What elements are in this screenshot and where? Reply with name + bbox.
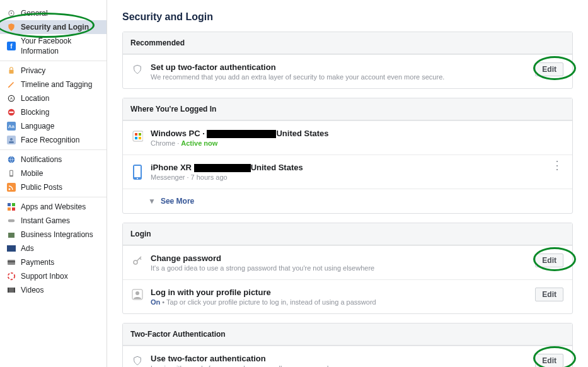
row-subtitle: Log in with a code from your phone as we… (151, 364, 527, 367)
sidebar-item-public-posts[interactable]: Public Posts (0, 180, 107, 194)
svg-rect-21 (8, 207, 11, 211)
fb-icon: f (6, 41, 16, 51)
sidebar-item-label: Business Integrations (21, 230, 93, 240)
row-subtitle: We recommend that you add an extra layer… (151, 73, 527, 81)
business-icon (6, 230, 16, 240)
edit-button[interactable]: Edit (535, 288, 563, 301)
svg-point-1 (11, 13, 12, 14)
row-title: Change password (151, 253, 527, 263)
chevron-down-icon: ▼ (148, 197, 156, 206)
sidebar-item-label: General (21, 8, 48, 18)
see-more-link[interactable]: ▼ See More (123, 189, 572, 213)
sidebar-item-label: Videos (21, 285, 43, 295)
sidebar-item-label: Instant Games (21, 216, 70, 226)
svg-rect-31 (14, 288, 15, 293)
sidebar-item-label: Language (21, 121, 54, 131)
svg-rect-34 (139, 133, 141, 136)
svg-rect-4 (9, 70, 14, 74)
sidebar-item-face-recognition[interactable]: Face Recognition (0, 133, 107, 147)
svg-rect-16 (10, 171, 13, 175)
sidebar-item-label: Timeline and Tagging (21, 79, 92, 90)
section-header: Where You're Logged In (123, 98, 572, 120)
section-header: Login (123, 223, 572, 245)
sidebar-item-label: Notifications (21, 154, 62, 165)
sidebar-item-security-and-login[interactable]: Security and Login (0, 20, 107, 34)
iphone-icon (132, 163, 143, 180)
sidebar-item-label: Payments (21, 257, 54, 267)
section-header: Recommended (123, 32, 572, 54)
svg-text:A: A (10, 96, 13, 100)
sidebar-item-language[interactable]: Aa Language (0, 119, 107, 133)
svg-point-42 (135, 291, 139, 295)
svg-point-39 (137, 178, 138, 179)
session-subtitle: Chrome · Active now (151, 139, 563, 147)
main-content: Security and Login Recommended Set up tw… (107, 0, 588, 367)
sidebar-item-label: Security and Login (21, 22, 89, 32)
sidebar-item-support-inbox[interactable]: Support Inbox (0, 269, 107, 283)
shield-icon (132, 62, 143, 75)
location-icon: A (6, 93, 16, 103)
sidebar-item-videos[interactable]: Videos (0, 283, 107, 297)
apps-icon (6, 202, 16, 212)
sidebar-item-instant-games[interactable]: Instant Games (0, 214, 107, 228)
ads-icon (6, 243, 16, 253)
sidebar-item-payments[interactable]: Payments (0, 255, 107, 269)
svg-rect-27 (8, 261, 15, 262)
pc-icon (132, 129, 143, 143)
svg-rect-13 (9, 141, 14, 143)
row-title: Use two-factor authentication (151, 354, 527, 363)
sidebar-item-ads[interactable]: Ads (0, 242, 107, 255)
sidebar-item-blocking[interactable]: Blocking (0, 105, 107, 119)
sidebar-item-label: Support Inbox (21, 271, 68, 281)
language-icon: Aa (6, 121, 16, 131)
videos-icon (6, 285, 16, 295)
sidebar-item-notifications[interactable]: Notifications (0, 153, 107, 166)
svg-rect-33 (135, 133, 137, 136)
key-icon (132, 253, 143, 266)
sidebar-item-label: Blocking (21, 107, 49, 117)
lock-icon (6, 66, 16, 76)
svg-text:Aa: Aa (8, 124, 14, 129)
sidebar-item-timeline-and-tagging[interactable]: Timeline and Tagging (0, 78, 107, 91)
sidebar-item-label: Your Facebook Information (21, 36, 101, 56)
row-title: Set up two-factor authentication (151, 62, 527, 72)
section-header: Two-Factor Authentication (123, 323, 572, 346)
sidebar-item-privacy[interactable]: Privacy (0, 64, 107, 78)
sidebar-item-general[interactable]: General (0, 6, 107, 20)
sidebar-item-location[interactable]: A Location (0, 91, 107, 105)
svg-rect-30 (8, 288, 9, 293)
session-title: Windows PC · United States (151, 129, 563, 138)
shield-icon (132, 354, 143, 366)
svg-rect-8 (9, 112, 14, 113)
page-title: Security and Login (122, 0, 573, 32)
edit-button[interactable]: Edit (535, 62, 563, 76)
svg-rect-38 (134, 166, 141, 177)
svg-point-40 (134, 260, 137, 264)
svg-rect-32 (133, 131, 143, 141)
svg-rect-23 (8, 219, 15, 223)
row-subtitle: On • Tap or click your profile picture t… (151, 298, 527, 306)
edit-button[interactable]: Edit (535, 354, 563, 367)
support-icon (6, 271, 16, 281)
sidebar-item-label: Privacy (21, 66, 45, 76)
sidebar-item-apps-and-websites[interactable]: Apps and Websites (0, 200, 107, 214)
sidebar-item-label: Ads (21, 243, 34, 253)
redacted-location (194, 164, 251, 172)
svg-rect-19 (8, 203, 11, 206)
edit-button[interactable]: Edit (535, 253, 563, 267)
mobile-icon (6, 168, 16, 178)
session-menu-button[interactable]: ⋮ (551, 163, 563, 168)
svg-rect-25 (7, 245, 16, 252)
shield-icon (6, 22, 16, 32)
payments-icon (6, 257, 16, 267)
sidebar-item-business-integrations[interactable]: Business Integrations (0, 228, 107, 242)
section-where-logged-in: Where You're Logged In Windows PC · Unit… (122, 98, 573, 214)
svg-point-28 (8, 273, 15, 280)
sidebar-item-label: Apps and Websites (21, 202, 86, 212)
svg-rect-22 (12, 207, 15, 211)
session-title: iPhone XR United States (151, 163, 544, 172)
row-subtitle: It's a good idea to use a strong passwor… (151, 264, 527, 272)
sidebar-item-your-facebook-information[interactable]: f Your Facebook Information (0, 34, 107, 58)
globe-icon (6, 154, 16, 165)
sidebar-item-mobile[interactable]: Mobile (0, 166, 107, 180)
